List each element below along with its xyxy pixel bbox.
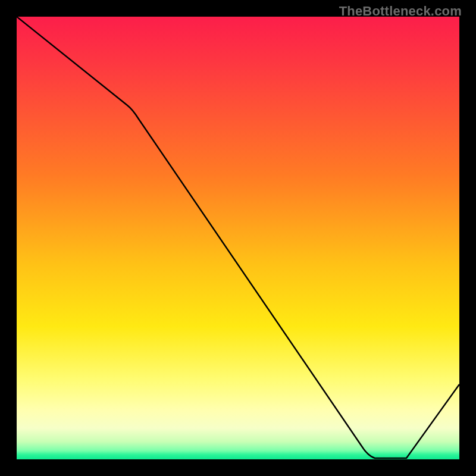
chart-container: TheBottleneck.com — [0, 0, 476, 476]
watermark-text: TheBottleneck.com — [339, 4, 462, 19]
plot-area — [17, 17, 459, 459]
gradient-background — [17, 17, 459, 459]
